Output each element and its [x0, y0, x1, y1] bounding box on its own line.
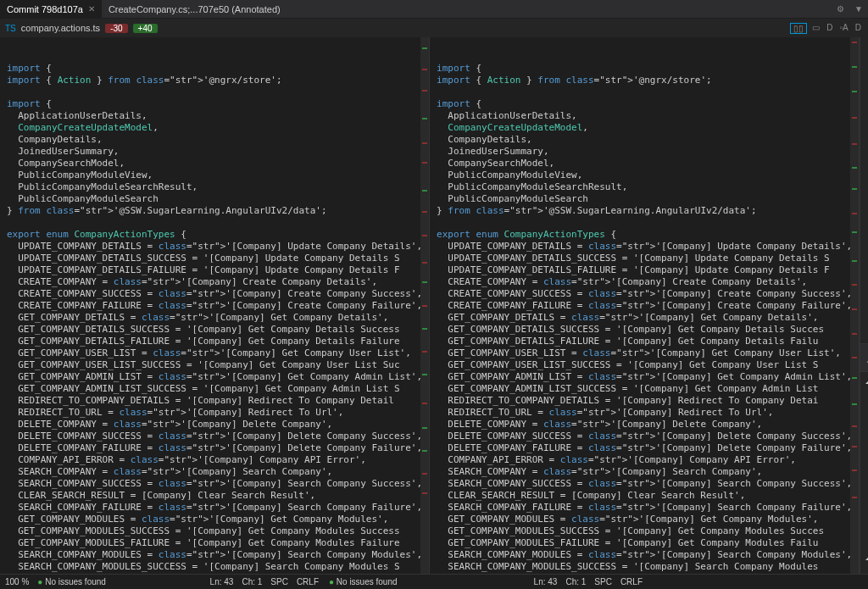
tree-file[interactable]: TScompany-details-edit.compone...M	[860, 509, 868, 523]
issues-indicator[interactable]: ● No issues found	[37, 577, 106, 586]
issues-indicator-2[interactable]: ● No issues found	[329, 577, 398, 586]
tree-folder[interactable]: ◢🗀+ state	[860, 401, 868, 414]
tree-file[interactable]: TScompany.effects.tsM	[860, 428, 868, 442]
commit-panel: Commit 798d107a Kaha Mason <KahaSMason@o…	[860, 37, 868, 574]
tab-bar: Commit 798d107a ✕ CreateCompany.cs;...70…	[0, 0, 868, 19]
tree-file[interactable]: TScompany.actions.tsM	[860, 414, 868, 428]
changes-header[interactable]: ◢ Changes (17) ⋯	[860, 343, 868, 372]
diff-pane-left[interactable]: import {import { Action } from class="st…	[0, 37, 430, 574]
diff-pane-right[interactable]: import {import { Action } from class="st…	[430, 37, 860, 574]
diff-toolbar: ▯▯ ▭ D ▫A D	[790, 23, 863, 34]
inline-view-icon[interactable]: ▭	[810, 23, 821, 34]
tree-file[interactable]: TScompany-create.component.tsM	[860, 482, 868, 496]
gear-icon[interactable]: ⚙	[832, 4, 849, 14]
filename: company.actions.ts	[21, 23, 100, 33]
lines-added-badge: +40	[133, 24, 158, 33]
toggle-ws2-icon[interactable]: ▫A	[838, 23, 850, 34]
tab-file[interactable]: CreateCompany.cs;...707e50 (Annotated)	[102, 0, 287, 19]
changes-tree[interactable]: ◢🗀SSW.SugarLearning.AngularUI◢🗀apps\suga…	[860, 372, 868, 574]
tree-file[interactable]: TSgenerated.service.tsM	[860, 536, 868, 550]
tree-folder[interactable]: ◢🗀Commands	[860, 564, 868, 574]
toggle-view-icon[interactable]: D	[854, 23, 863, 34]
tree-folder[interactable]: ◢🗀company-details-edit	[860, 496, 868, 509]
status-bar-left: 100 % ● No issues found Ln: 43 Ch: 1 SPC…	[0, 574, 324, 589]
chevron-down-icon[interactable]: ▼	[849, 4, 868, 14]
file-header: TS company.actions.ts -30 +40 ▯▯ ▭ D ▫A …	[0, 19, 868, 37]
toggle-whitespace-icon[interactable]: D	[825, 23, 834, 34]
tree-folder[interactable]: ◢🗀component	[860, 455, 868, 469]
zoom-level[interactable]: 100 %	[5, 577, 29, 586]
tree-folder[interactable]: ◢🗀company-create	[860, 469, 868, 482]
split-view-icon[interactable]: ▯▯	[790, 23, 807, 34]
tree-file[interactable]: TScompany.reducer.tsM	[860, 442, 868, 455]
tab-commit[interactable]: Commit 798d107a ✕	[0, 0, 102, 19]
commit-actions: Revert| Reset| Create Tag| Actions ▾	[860, 275, 868, 343]
tree-folder[interactable]: ◢🗀SSW.SugarLearning.AngularUI	[860, 374, 868, 387]
typescript-icon: TS	[5, 24, 16, 33]
tree-folder[interactable]: ◢🗀apps\sugar-learning\src\app\company	[860, 387, 868, 401]
lines-removed-badge: -30	[105, 24, 127, 33]
scroll-strip-left[interactable]	[420, 37, 429, 574]
tree-folder[interactable]: ◢🗀libs\data\src\lib	[860, 523, 868, 536]
close-icon[interactable]: ✕	[88, 4, 95, 14]
status-bar-right: ● No issues found Ln: 43 Ch: 1 SPC CRLF	[324, 574, 648, 589]
tree-folder[interactable]: ◢🗀SSW.SugarLearning.Application\Company	[860, 550, 868, 564]
scroll-strip-right[interactable]	[850, 37, 859, 574]
